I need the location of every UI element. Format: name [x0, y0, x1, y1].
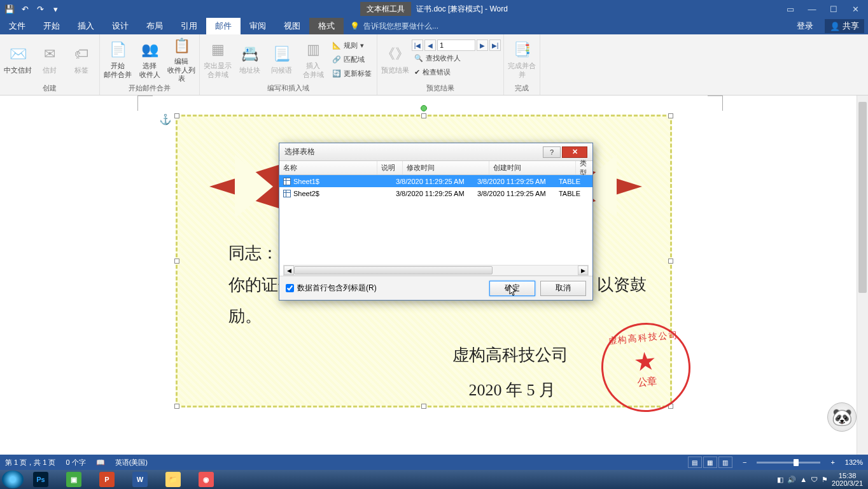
ok-button[interactable]: 确定 [489, 281, 535, 296]
taskbar-app-camtasia[interactable]: ▣ [58, 471, 90, 488]
rotation-handle[interactable] [421, 105, 427, 111]
cn-envelope-button[interactable]: ✉️中文信封 [3, 36, 33, 83]
resize-handle[interactable] [421, 404, 426, 409]
resize-handle[interactable] [174, 259, 179, 264]
tab-home[interactable]: 开始 [34, 18, 69, 34]
col-modified[interactable]: 修改时间 [403, 161, 489, 174]
taskbar-app-recorder[interactable]: ◉ [190, 471, 222, 488]
minimize-icon[interactable]: — [804, 4, 820, 14]
scroll-right-button[interactable]: ▶ [578, 266, 588, 275]
zoom-thumb[interactable] [794, 459, 799, 466]
next-record-button[interactable]: ▶ [477, 39, 488, 51]
tell-me-search[interactable]: 💡告诉我您想要做什么... [344, 18, 445, 34]
col-type[interactable]: 类型 [576, 161, 592, 174]
dialog-close-button[interactable]: ✕ [562, 146, 587, 158]
tray-icon[interactable]: ⚑ [822, 476, 828, 484]
table-row[interactable]: Sheet1$ 3/8/2020 11:29:25 AM 3/8/2020 11… [279, 175, 592, 187]
envelope-button[interactable]: ✉信封 [34, 36, 65, 83]
scrollbar-thumb[interactable] [858, 102, 867, 293]
find-recipient-button[interactable]: 🔍查找收件人 [412, 51, 501, 65]
col-desc[interactable]: 说明 [377, 161, 403, 174]
update-labels-button[interactable]: 🔄更新标签 [330, 66, 374, 80]
taskbar-app-photoshop[interactable]: Ps [25, 471, 57, 488]
taskbar-app-powerpoint[interactable]: P [91, 471, 123, 488]
dialog-titlebar[interactable]: 选择表格 ? ✕ [279, 143, 592, 161]
checkbox-input[interactable] [286, 284, 294, 292]
vertical-scrollbar[interactable] [857, 96, 868, 455]
first-record-button[interactable]: |◀ [412, 39, 423, 51]
zoom-slider[interactable] [757, 462, 820, 464]
dialog-table-list[interactable]: Sheet1$ 3/8/2020 11:29:25 AM 3/8/2020 11… [279, 175, 592, 276]
start-button[interactable] [2, 471, 24, 488]
system-tray[interactable]: ◧ 🔊 ▲ 🛡 ⚑ 15:38 2020/3/21 [773, 472, 867, 487]
qat-customize-icon[interactable]: ▾ [48, 2, 62, 16]
zoom-in-button[interactable]: + [830, 458, 834, 466]
share-button[interactable]: 👤共享 [825, 19, 864, 33]
tray-icon[interactable]: ◧ [777, 476, 783, 484]
save-icon[interactable]: 💾 [3, 2, 17, 16]
redo-icon[interactable]: ↷ [33, 2, 47, 16]
tab-references[interactable]: 引用 [172, 18, 206, 34]
cancel-button[interactable]: 取消 [540, 281, 586, 296]
scrollbar-thumb[interactable] [294, 266, 493, 274]
prev-record-button[interactable]: ◀ [424, 39, 436, 51]
last-record-button[interactable]: ▶| [489, 39, 501, 51]
tray-icon[interactable]: ▲ [800, 476, 807, 483]
first-row-headers-checkbox[interactable]: 数据首行包含列标题(R) [286, 283, 377, 294]
address-block-button[interactable]: 📇地址块 [234, 36, 265, 83]
tab-mailings[interactable]: 邮件 [206, 18, 241, 34]
select-recipients-button[interactable]: 👥选择 收件人 [134, 36, 165, 83]
print-layout-button[interactable]: ▦ [703, 457, 717, 468]
resize-handle[interactable] [421, 113, 426, 118]
resize-handle[interactable] [174, 404, 179, 409]
check-errors-button[interactable]: ✔检查错误 [412, 65, 501, 79]
rules-button[interactable]: 📐规则 ▾ [330, 38, 374, 52]
finish-merge-button[interactable]: 📑完成并合并 [507, 36, 537, 83]
col-created[interactable]: 创建时间 [489, 161, 576, 174]
tab-format[interactable]: 格式 [309, 18, 344, 34]
tab-insert[interactable]: 插入 [69, 18, 103, 34]
taskbar-app-word[interactable]: W [124, 471, 156, 488]
resize-handle[interactable] [668, 113, 673, 118]
resize-handle[interactable] [174, 113, 179, 118]
zoom-level[interactable]: 132% [845, 458, 863, 466]
insert-merge-field-button[interactable]: ▥插入 合并域 [298, 36, 328, 83]
resize-handle[interactable] [668, 259, 673, 264]
tab-design[interactable]: 设计 [103, 18, 137, 34]
match-fields-button[interactable]: 🔗匹配域 [330, 52, 374, 66]
assistant-panda-icon[interactable]: 🐼 [827, 402, 857, 432]
record-number-input[interactable] [437, 39, 475, 51]
labels-button[interactable]: 🏷标签 [66, 36, 97, 83]
table-row[interactable]: Sheet2$ 3/8/2020 11:29:25 AM 3/8/2020 11… [279, 187, 592, 199]
preview-results-button[interactable]: 《》预览结果 [380, 36, 410, 83]
scroll-left-button[interactable]: ◀ [284, 266, 294, 275]
status-word-count[interactable]: 0 个字 [66, 458, 85, 467]
close-icon[interactable]: ✕ [848, 4, 863, 14]
tab-view[interactable]: 视图 [275, 18, 309, 34]
col-name[interactable]: 名称 [279, 161, 377, 174]
tray-icon[interactable]: 🛡 [811, 476, 818, 483]
tab-review[interactable]: 审阅 [241, 18, 275, 34]
maximize-icon[interactable]: ☐ [826, 4, 841, 14]
tab-layout[interactable]: 布局 [137, 18, 172, 34]
web-layout-button[interactable]: ▥ [718, 457, 732, 468]
taskbar-clock[interactable]: 15:38 2020/3/21 [832, 472, 863, 487]
undo-icon[interactable]: ↶ [18, 2, 32, 16]
taskbar-app-explorer[interactable]: 📁 [157, 471, 189, 488]
group-label: 创建 [3, 83, 97, 94]
proofing-icon[interactable]: 📖 [96, 458, 105, 467]
tray-icon[interactable]: 🔊 [787, 476, 796, 484]
status-page[interactable]: 第 1 页，共 1 页 [5, 458, 55, 467]
status-language[interactable]: 英语(美国) [115, 458, 148, 467]
ribbon-options-icon[interactable]: ▭ [783, 4, 798, 14]
dialog-help-button[interactable]: ? [543, 146, 561, 158]
start-mail-merge-button[interactable]: 📄开始 邮件合并 [102, 36, 133, 83]
read-mode-button[interactable]: ▤ [688, 457, 702, 468]
greeting-line-button[interactable]: 📃问候语 [266, 36, 297, 83]
login-button[interactable]: 登录 [788, 20, 822, 32]
tab-file[interactable]: 文件 [0, 18, 34, 34]
edit-recipients-button[interactable]: 📋编辑 收件人列表 [166, 36, 197, 83]
zoom-out-button[interactable]: − [743, 458, 746, 466]
highlight-fields-button[interactable]: ▦突出显示 合并域 [202, 36, 233, 83]
dialog-horizontal-scrollbar[interactable]: ◀ ▶ [283, 265, 589, 276]
